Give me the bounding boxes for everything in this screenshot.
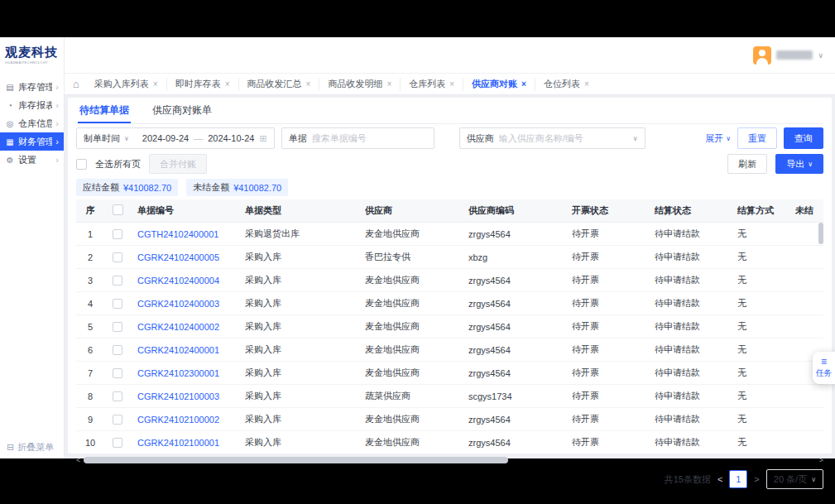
select-all-pages-checkbox[interactable] bbox=[76, 159, 87, 170]
sidebar-item-inventory-report[interactable]: ◔库存报表› bbox=[0, 96, 64, 114]
sidebar-item-warehouse-info[interactable]: ◎仓库信息› bbox=[0, 114, 64, 132]
merge-pay-button[interactable]: 合并付账 bbox=[149, 154, 207, 174]
cell-supplier-code: zrgys4564 bbox=[462, 362, 565, 385]
cell-supplier-code: scgys1734 bbox=[462, 385, 565, 408]
topnav-tab[interactable]: 仓位列表× bbox=[535, 78, 597, 91]
select-all-checkbox[interactable] bbox=[113, 204, 123, 215]
row-checkbox[interactable] bbox=[113, 345, 122, 355]
cell-doc-no: CGTH24102400001 bbox=[131, 223, 238, 246]
cell-settle-method: 无 bbox=[731, 315, 789, 338]
page-size-select[interactable]: 20 条/页 ∨ bbox=[766, 469, 823, 489]
collapse-menu-button[interactable]: ⊟ 折叠菜单 bbox=[7, 441, 54, 454]
reset-button[interactable]: 重置 bbox=[737, 127, 777, 149]
col-header: 结算方式 bbox=[731, 199, 789, 223]
row-checkbox[interactable] bbox=[113, 391, 122, 401]
col-header: 未结 bbox=[789, 199, 823, 223]
row-checkbox[interactable] bbox=[113, 415, 122, 425]
current-page[interactable]: 1 bbox=[729, 470, 747, 488]
table-body: 1CGTH24102400001采购退货出库麦金地供应商zrgys4564待开票… bbox=[76, 223, 823, 454]
close-icon[interactable]: × bbox=[153, 79, 158, 89]
table-row: 4CGRK24102400003采购入库麦金地供应商zrgys4564待开票待申… bbox=[76, 292, 823, 315]
row-checkbox[interactable] bbox=[113, 229, 122, 239]
task-panel-toggle[interactable]: ≡ 任务 bbox=[813, 352, 835, 384]
document-search-input[interactable] bbox=[312, 133, 434, 143]
cell-doc-no: CGRK24102400002 bbox=[131, 315, 238, 338]
doc-no-link[interactable]: CGRK24102400003 bbox=[137, 299, 219, 309]
cell-doc-type: 采购入库 bbox=[238, 292, 358, 315]
row-checkbox[interactable] bbox=[113, 368, 122, 378]
scroll-right-icon[interactable]: > bbox=[819, 456, 823, 464]
date-from-value[interactable]: 2024-09-24 bbox=[142, 133, 189, 143]
row-checkbox[interactable] bbox=[113, 276, 122, 286]
cell-supplier: 麦金地供应商 bbox=[358, 431, 462, 454]
close-icon[interactable]: × bbox=[584, 79, 589, 89]
col-header: 供应商 bbox=[358, 199, 462, 223]
close-icon[interactable]: × bbox=[225, 79, 230, 89]
caret-down-icon: ∨ bbox=[818, 51, 823, 60]
vertical-scroll-thumb[interactable] bbox=[818, 223, 823, 244]
row-checkbox[interactable] bbox=[113, 438, 122, 448]
cell-index: 9 bbox=[76, 408, 104, 431]
doc-no-link[interactable]: CGRK24102400005 bbox=[137, 252, 219, 262]
search-button[interactable]: 查询 bbox=[784, 127, 823, 149]
topnav-tab[interactable]: 商品收发明细× bbox=[319, 78, 400, 91]
doc-no-link[interactable]: CGRK24102400001 bbox=[137, 345, 219, 355]
doc-no-link[interactable]: CGRK24102100001 bbox=[137, 438, 219, 448]
prev-page-button[interactable]: < bbox=[717, 474, 722, 484]
doc-no-link[interactable]: CGRK24102100003 bbox=[137, 391, 219, 401]
close-icon[interactable]: × bbox=[306, 79, 311, 89]
main-area: ∨ ⌂ 采购入库列表×即时库存表×商品收发汇总×商品收发明细×仓库列表×供应商对… bbox=[65, 37, 835, 458]
topnav-tab[interactable]: 商品收发汇总× bbox=[238, 78, 319, 91]
doc-no-link[interactable]: CGRK24102300001 bbox=[137, 368, 219, 378]
user-menu[interactable]: ∨ bbox=[753, 46, 823, 65]
expand-filters-button[interactable]: 展开 ∨ bbox=[705, 132, 731, 145]
chevron-right-icon: › bbox=[55, 155, 59, 165]
refresh-button[interactable]: 刷新 bbox=[727, 154, 767, 174]
sidebar-item-finance[interactable]: ▦财务管理› bbox=[0, 132, 64, 151]
cell-supplier: 麦金地供应商 bbox=[358, 223, 462, 246]
close-icon[interactable]: × bbox=[449, 79, 454, 89]
cell-supplier: 麦金地供应商 bbox=[358, 408, 462, 431]
topnav-tab[interactable]: 即时库存表× bbox=[166, 78, 238, 91]
cell-supplier: 麦金地供应商 bbox=[358, 269, 462, 292]
supplier-placeholder: 输入供应商名称/编号 bbox=[499, 132, 633, 145]
home-icon[interactable]: ⌂ bbox=[73, 78, 79, 90]
chevron-right-icon: › bbox=[55, 118, 59, 128]
close-icon[interactable]: × bbox=[386, 79, 391, 89]
table-row: 5CGRK24102400002采购入库麦金地供应商zrgys4564待开票待申… bbox=[76, 315, 823, 338]
row-checkbox[interactable] bbox=[113, 322, 122, 332]
date-range-picker[interactable]: 2024-09-24 — 2024-10-24 ⊞ bbox=[136, 133, 274, 144]
export-button[interactable]: 导出 ∨ bbox=[775, 154, 823, 174]
cell-doc-type: 采购入库 bbox=[238, 362, 358, 385]
sidebar-item-settings[interactable]: ⚙设置› bbox=[0, 151, 64, 169]
date-type-select[interactable]: 制单时间 ∨ bbox=[77, 132, 136, 145]
tab-pending-settlement[interactable]: 待结算单据 bbox=[78, 98, 131, 123]
cell-doc-no: CGRK24102400004 bbox=[131, 269, 238, 292]
supplier-select[interactable]: 供应商 输入供应商名称/编号 ∨ bbox=[459, 127, 645, 149]
doc-no-link[interactable]: CGTH24102400001 bbox=[137, 229, 218, 239]
date-to-value[interactable]: 2024-10-24 bbox=[208, 133, 254, 143]
topnav-tab[interactable]: 采购入库列表× bbox=[86, 78, 166, 91]
row-checkbox[interactable] bbox=[113, 299, 122, 309]
caret-down-icon: ∨ bbox=[633, 135, 638, 142]
topnav-tab[interactable]: 供应商对账× bbox=[463, 78, 535, 91]
topnav-tab[interactable]: 仓库列表× bbox=[400, 78, 463, 91]
brand-name: 观麦科技 bbox=[5, 45, 59, 60]
cell-settle-status: 待申请结款 bbox=[648, 223, 731, 246]
cell-settle-status: 待申请结款 bbox=[648, 431, 731, 454]
tab-supplier-statement[interactable]: 供应商对账单 bbox=[151, 98, 214, 123]
row-checkbox[interactable] bbox=[113, 252, 122, 262]
close-icon[interactable]: × bbox=[521, 79, 526, 89]
sidebar-item-inventory[interactable]: ▤库存管理› bbox=[0, 78, 64, 96]
horizontal-scroll-thumb[interactable] bbox=[84, 457, 508, 463]
scroll-left-icon[interactable]: < bbox=[76, 456, 80, 464]
sidebar-item-label: 设置 bbox=[18, 154, 52, 166]
doc-no-link[interactable]: CGRK24102400002 bbox=[137, 322, 219, 332]
next-page-button[interactable]: > bbox=[754, 474, 759, 484]
horizontal-scroll-track[interactable] bbox=[84, 457, 815, 463]
brand-logo: 观麦科技 GUANMAITECHNOLOGY bbox=[0, 37, 64, 70]
doc-no-link[interactable]: CGRK24102100002 bbox=[137, 415, 219, 425]
cell-settle-method: 无 bbox=[731, 408, 789, 431]
cell-unsettled bbox=[789, 269, 823, 292]
doc-no-link[interactable]: CGRK24102400004 bbox=[137, 276, 219, 286]
